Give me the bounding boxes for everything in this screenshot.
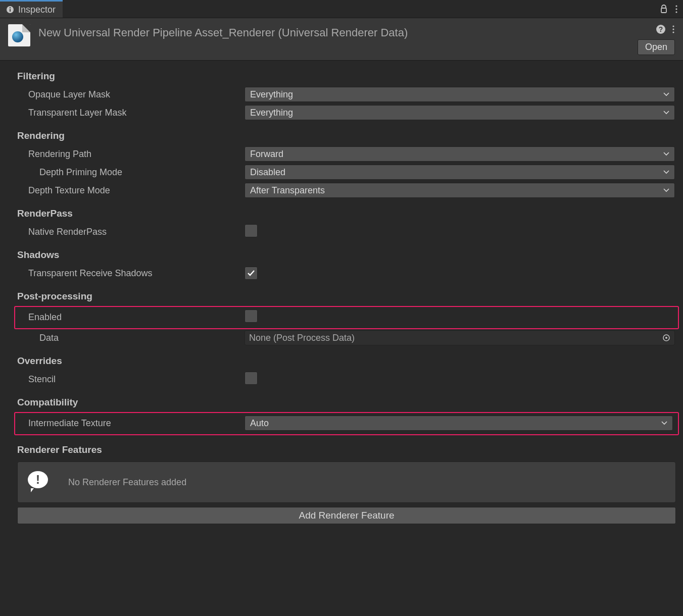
dropdown-value: Everything — [250, 89, 293, 100]
svg-point-2 — [10, 7, 11, 8]
section-post-processing: Post-processing — [17, 291, 678, 302]
asset-header: New Universal Render Pipeline Asset_Rend… — [0, 18, 683, 60]
section-filtering: Filtering — [17, 71, 678, 82]
svg-point-6 — [675, 11, 677, 13]
dropdown-rendering-path[interactable]: Forward — [245, 146, 675, 162]
chevron-down-icon — [663, 188, 669, 192]
add-renderer-feature-button[interactable]: Add Renderer Feature — [17, 507, 676, 524]
section-rendering: Rendering — [17, 130, 678, 141]
svg-point-11 — [672, 31, 674, 33]
asset-title: New Universal Render Pipeline Asset_Rend… — [38, 24, 629, 39]
dropdown-intermediate-texture[interactable]: Auto — [245, 416, 673, 431]
open-button[interactable]: Open — [638, 39, 675, 55]
label-pp-data: Data — [17, 333, 245, 343]
label-pp-enabled: Enabled — [17, 312, 245, 323]
label-depth-priming-mode: Depth Priming Mode — [17, 167, 245, 178]
label-native-renderpass: Native RenderPass — [17, 227, 245, 237]
tab-label: Inspector — [18, 5, 56, 15]
label-transparent-receive-shadows: Transparent Receive Shadows — [17, 268, 245, 279]
object-picker-icon[interactable] — [662, 334, 670, 342]
dropdown-value: Disabled — [250, 167, 285, 178]
svg-point-5 — [675, 8, 677, 10]
label-stencil: Stencil — [17, 374, 245, 385]
section-renderer-features: Renderer Features — [17, 444, 678, 455]
svg-point-4 — [675, 5, 677, 7]
dropdown-transparent-layer-mask[interactable]: Everything — [245, 105, 675, 120]
chevron-down-icon — [663, 92, 669, 96]
section-compatibility: Compatibility — [17, 397, 678, 408]
section-renderpass: RenderPass — [17, 208, 678, 219]
info-icon — [6, 6, 14, 14]
lock-icon[interactable] — [660, 5, 668, 14]
label-transparent-layer-mask: Transparent Layer Mask — [17, 108, 245, 118]
label-rendering-path: Rendering Path — [17, 149, 245, 160]
dropdown-opaque-layer-mask[interactable]: Everything — [245, 87, 675, 102]
features-empty-text: No Renderer Features added — [68, 477, 186, 488]
svg-point-13 — [665, 337, 667, 339]
checkbox-native-renderpass[interactable] — [245, 224, 258, 237]
label-intermediate-texture: Intermediate Texture — [17, 418, 245, 429]
checkbox-stencil[interactable] — [245, 372, 258, 385]
chevron-down-icon — [663, 170, 669, 174]
checkbox-transparent-receive-shadows[interactable] — [245, 267, 258, 280]
svg-text:?: ? — [659, 25, 663, 33]
tab-bar: Inspector — [0, 0, 683, 18]
section-overrides: Overrides — [17, 355, 678, 367]
highlight-enabled: Enabled — [14, 306, 679, 329]
label-opaque-layer-mask: Opaque Layer Mask — [17, 89, 245, 100]
kebab-icon[interactable] — [672, 25, 675, 34]
dropdown-depth-texture-mode[interactable]: After Transparents — [245, 183, 675, 198]
chevron-down-icon — [661, 421, 667, 425]
chevron-down-icon — [663, 152, 669, 156]
features-empty-box: ! No Renderer Features added — [17, 461, 676, 503]
svg-point-9 — [672, 25, 674, 27]
chevron-down-icon — [663, 111, 669, 115]
objectfield-pp-data[interactable]: None (Post Process Data) — [245, 330, 675, 345]
dropdown-depth-priming-mode[interactable]: Disabled — [245, 165, 675, 180]
svg-rect-3 — [661, 8, 666, 13]
checkbox-pp-enabled[interactable] — [245, 310, 258, 323]
svg-point-10 — [672, 28, 674, 30]
tab-inspector[interactable]: Inspector — [0, 0, 63, 18]
section-shadows: Shadows — [17, 249, 678, 261]
highlight-intermediate-texture: Intermediate Texture Auto — [14, 412, 679, 435]
objectfield-value: None (Post Process Data) — [249, 333, 355, 343]
asset-type-icon — [8, 24, 30, 46]
label-depth-texture-mode: Depth Texture Mode — [17, 185, 245, 196]
dropdown-value: After Transparents — [250, 185, 325, 196]
dropdown-value: Auto — [250, 418, 269, 429]
dropdown-value: Everything — [250, 108, 293, 118]
inspector-body: Filtering Opaque Layer Mask Everything T… — [0, 61, 683, 531]
info-bubble-icon: ! — [28, 471, 50, 493]
dropdown-value: Forward — [250, 149, 283, 160]
svg-rect-1 — [10, 9, 11, 12]
help-icon[interactable]: ? — [656, 24, 666, 34]
kebab-icon[interactable] — [675, 5, 678, 14]
